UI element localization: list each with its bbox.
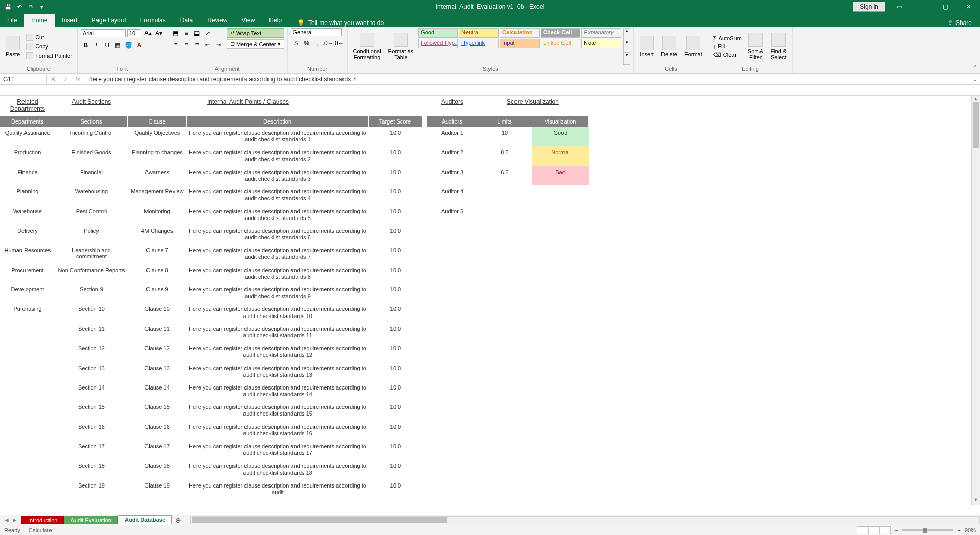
cell-target[interactable]: 10.0 [369, 205, 422, 225]
cell-auditor[interactable]: Auditor 5 [427, 205, 477, 225]
cell-limit[interactable] [477, 205, 532, 225]
align-right-icon[interactable]: ≡ [192, 40, 202, 50]
cell-limit[interactable]: 10 [477, 127, 532, 146]
styles-down-icon[interactable]: ▼ [624, 40, 630, 52]
cell-visualization[interactable]: Normal [532, 146, 589, 165]
cell-department[interactable]: Production [0, 146, 55, 165]
autosum-button[interactable]: ΣAutoSum [712, 35, 743, 42]
tab-home[interactable]: Home [24, 14, 55, 27]
tab-formulas[interactable]: Formulas [133, 14, 173, 27]
cut-button[interactable]: Cut [24, 33, 74, 41]
cell-description[interactable]: Here you can register clause description… [187, 264, 369, 283]
table-row[interactable]: FinanceFinancialAwarnessHere you can reg… [0, 166, 980, 185]
cell-department[interactable]: Purchasing [0, 303, 55, 322]
table-row[interactable]: ProcurementNon Conformance ReportsClause… [0, 264, 980, 283]
table-row[interactable]: PurchasingSection 10Clause 10Here you ca… [0, 303, 980, 322]
cell-limit[interactable] [477, 323, 532, 342]
cell-description[interactable]: Here you can register clause description… [187, 205, 369, 225]
cell-description[interactable]: Here you can register clause description… [187, 459, 369, 479]
cell-description[interactable]: Here you can register clause description… [187, 185, 369, 205]
qat-customize-icon[interactable]: ▾ [37, 2, 47, 12]
tab-view[interactable]: View [235, 14, 262, 27]
cell-auditor[interactable]: Auditor 3 [427, 166, 477, 185]
cell-target[interactable]: 10.0 [369, 303, 422, 322]
cell-department[interactable] [0, 459, 55, 479]
cell-visualization[interactable] [532, 440, 589, 459]
cell-auditor[interactable] [427, 283, 477, 303]
cell-department[interactable] [0, 401, 55, 420]
cell-auditor[interactable] [427, 303, 477, 322]
find-select-button[interactable]: Find & Select [768, 28, 789, 65]
zoom-out-icon[interactable]: − [895, 527, 898, 533]
align-center-icon[interactable]: ≡ [181, 40, 191, 50]
format-as-table-button[interactable]: Format as Table [386, 28, 416, 65]
cell-section[interactable]: Section 13 [55, 362, 128, 381]
close-icon[interactable]: ✕ [957, 0, 980, 13]
style-note[interactable]: Note [581, 39, 621, 48]
cell-limit[interactable] [477, 401, 532, 420]
italic-button[interactable]: I [91, 40, 102, 51]
cell-description[interactable]: Here you can register clause description… [187, 342, 369, 361]
cell-description[interactable]: Here you can register clause description… [187, 127, 369, 146]
group-header-viz[interactable]: Score Visualization [477, 98, 589, 112]
cell-limit[interactable] [477, 264, 532, 283]
increase-decimal-icon[interactable]: .0→ [323, 38, 333, 48]
cell-description[interactable]: Here you can register clause description… [187, 421, 369, 440]
maximize-icon[interactable]: ▢ [934, 0, 957, 13]
fill-button[interactable]: ↓Fill [712, 43, 743, 50]
cell-department[interactable]: Delivery [0, 225, 55, 244]
cell-description[interactable]: Here you can register clause description… [187, 303, 369, 322]
cell-target[interactable]: 10.0 [369, 185, 422, 205]
cell-auditor[interactable]: Auditor 1 [427, 127, 477, 146]
cell-visualization[interactable] [532, 185, 589, 205]
cell-auditor[interactable] [427, 342, 477, 361]
merge-center-button[interactable]: ⊟Merge & Center▾ [227, 39, 284, 49]
cell-limit[interactable] [477, 479, 532, 499]
page-layout-view-icon[interactable] [868, 526, 879, 534]
cell-auditor[interactable] [427, 323, 477, 342]
cell-department[interactable] [0, 440, 55, 459]
increase-font-icon[interactable]: A▴ [143, 28, 153, 38]
style-good[interactable]: Good [418, 28, 458, 38]
zoom-in-icon[interactable]: + [958, 527, 961, 533]
tab-review[interactable]: Review [200, 14, 234, 27]
cell-section[interactable]: Warehousing [55, 185, 128, 205]
accounting-format-icon[interactable]: $ [291, 38, 301, 48]
table-row[interactable]: WarehousePest ControlMonitoringHere you … [0, 205, 980, 225]
header-auditors[interactable]: Auditors [427, 116, 477, 127]
cell-visualization[interactable] [532, 421, 589, 440]
cell-department[interactable] [0, 479, 55, 499]
cell-visualization[interactable] [532, 381, 589, 401]
paste-button[interactable]: Paste [3, 28, 22, 65]
font-size-input[interactable] [127, 29, 141, 37]
cell-auditor[interactable] [427, 440, 477, 459]
table-row[interactable]: Section 18Clause 18Here you can register… [0, 459, 980, 479]
cell-description[interactable]: Here you can register clause description… [187, 362, 369, 381]
cell-target[interactable]: 10.0 [369, 264, 422, 283]
align-left-icon[interactable]: ≡ [170, 40, 181, 50]
cell-description[interactable]: Here you can register clause description… [187, 401, 369, 420]
cell-visualization[interactable] [532, 283, 589, 303]
cell-target[interactable]: 10.0 [369, 146, 422, 165]
cell-target[interactable]: 10.0 [369, 225, 422, 244]
cell-department[interactable]: Human Resources [0, 244, 55, 263]
cell-section[interactable]: Section 17 [55, 440, 128, 459]
cell-description[interactable]: Here you can register clause description… [187, 440, 369, 459]
cell-section[interactable]: Section 11 [55, 323, 128, 342]
cell-target[interactable]: 10.0 [369, 440, 422, 459]
format-cells-button[interactable]: Format [682, 28, 705, 65]
cell-limit[interactable] [477, 381, 532, 401]
decrease-font-icon[interactable]: A▾ [154, 28, 164, 38]
cell-limit[interactable] [477, 225, 532, 244]
percent-format-icon[interactable]: % [302, 38, 312, 48]
table-row[interactable]: DeliveryPolicy4M ChangesHere you can reg… [0, 225, 980, 244]
undo-icon[interactable]: ↶ [14, 2, 24, 12]
table-row[interactable]: Section 13Clause 13Here you can register… [0, 362, 980, 381]
cell-clause[interactable]: Planning to changes [128, 146, 187, 165]
cancel-formula-icon[interactable]: ✕ [47, 76, 59, 83]
cell-visualization[interactable] [532, 323, 589, 342]
wrap-text-button[interactable]: ↵Wrap Text [227, 28, 284, 38]
table-row[interactable]: Section 14Clause 14Here you can register… [0, 381, 980, 401]
cell-limit[interactable] [477, 185, 532, 205]
table-row[interactable]: Human ResourcesLeadership and commitment… [0, 244, 980, 263]
